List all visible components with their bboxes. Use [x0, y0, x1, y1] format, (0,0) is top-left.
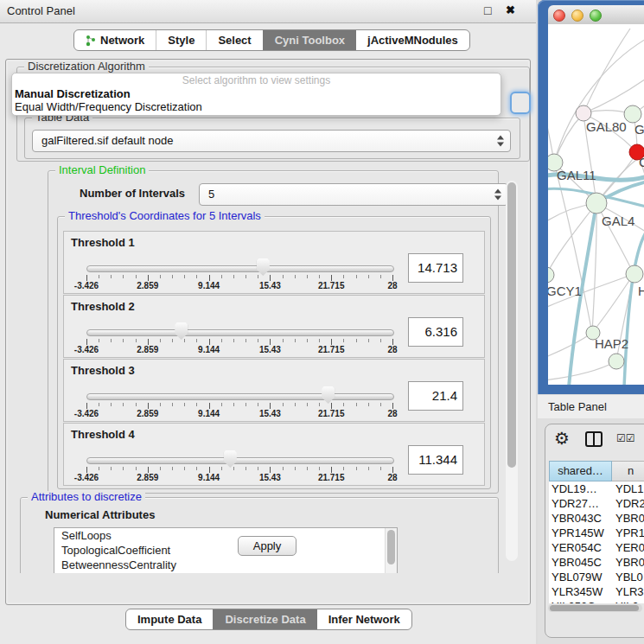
tick-mark [123, 339, 124, 342]
tab-select[interactable]: Select [206, 30, 262, 50]
slider-thumb[interactable] [175, 322, 188, 340]
table-row[interactable]: YIL052CYIL0 [549, 599, 644, 603]
cell-shared-name: YDR27… [549, 496, 612, 511]
list-scrollbar[interactable] [385, 528, 397, 573]
numerical-attributes-list[interactable]: SelfLoopsTopologicalCoefficientBetweenne… [54, 527, 398, 573]
tick-mark [331, 339, 332, 345]
column-header-shared-name[interactable]: shared… [549, 461, 612, 481]
group-label: Threshold's Coordinates for 5 Intervals [65, 210, 265, 222]
network-node-green[interactable] [609, 354, 624, 369]
tab-label: Impute Data [137, 609, 201, 629]
tab-impute-data[interactable]: Impute Data [126, 609, 213, 629]
zoom-traffic-light-icon[interactable] [590, 10, 602, 22]
float-panel-icon[interactable]: □ [484, 3, 491, 17]
tab-cyni-toolbox[interactable]: Cyni Toolbox [263, 30, 356, 50]
tick-mark [283, 275, 284, 278]
tick-mark [356, 403, 357, 406]
menu-item-manual-discretization[interactable]: Manual Discretization [12, 87, 501, 100]
table-row[interactable]: YBL079WYBL0 [549, 570, 644, 584]
network-edge[interactable] [548, 361, 616, 380]
table-row[interactable]: YDR27…YDR2 [549, 496, 644, 511]
attribute-item-topologicalcoefficient[interactable]: TopologicalCoefficient [54, 543, 397, 558]
num-intervals-combobox[interactable]: 5 [199, 183, 508, 206]
tick-mark [356, 467, 357, 470]
tick-mark [233, 403, 234, 406]
checkbox-icons[interactable]: ☑☑ [616, 432, 635, 444]
slider-thumb[interactable] [224, 450, 237, 468]
tick-mark [123, 403, 124, 406]
tick-label: 9.144 [198, 409, 220, 418]
cell-shared-name: YPR145W [549, 526, 612, 540]
numerical-attributes-label: Numerical Attributes [45, 508, 155, 521]
network-node-green[interactable] [626, 265, 643, 283]
attribute-item-selfloops[interactable]: SelfLoops [54, 528, 397, 543]
minimize-traffic-light-icon[interactable] [571, 10, 583, 22]
tick-label: 2.859 [137, 473, 158, 482]
slider-track[interactable] [86, 393, 394, 400]
horizontal-scrollbar[interactable] [548, 604, 642, 612]
table-data-combobox[interactable]: galFiltered.sif default node [32, 130, 511, 152]
network-node-green[interactable] [548, 267, 554, 283]
cell-shared-name: YER054C [549, 540, 612, 555]
slider-track[interactable] [86, 265, 394, 272]
threshold-value-field[interactable]: 11.344 [408, 445, 463, 475]
slider-track[interactable] [86, 457, 394, 464]
cell-shared-name: YDL19… [549, 481, 612, 496]
apply-button[interactable]: Apply [238, 536, 296, 556]
tick-mark [86, 275, 87, 281]
tick-mark [283, 403, 284, 406]
close-panel-icon[interactable]: ✖ [506, 3, 515, 16]
table-row[interactable]: YDL19…YDL1 [549, 481, 644, 496]
tick-mark [245, 339, 246, 342]
tick-mark [209, 467, 210, 473]
network-view[interactable]: GAL80GCGAL11GAL4GCY1HHAP2 [548, 24, 644, 385]
split-columns-icon[interactable] [585, 431, 603, 447]
threshold-value-field[interactable]: 6.316 [408, 317, 463, 347]
threshold-value-field[interactable]: 14.713 [408, 253, 463, 283]
network-edge[interactable] [554, 35, 644, 163]
control-panel-tabs: NetworkStyleSelectCyni ToolboxjActiveMNo… [73, 29, 470, 51]
vertical-scrollbar[interactable] [506, 181, 518, 561]
close-traffic-light-icon[interactable] [553, 10, 565, 22]
network-window-titlebar[interactable] [548, 5, 644, 25]
tab-jactivemnodules[interactable]: jActiveMNodules [356, 30, 469, 50]
column-header-name[interactable]: n [612, 461, 644, 481]
tab-network[interactable]: Network [74, 30, 156, 50]
gear-icon[interactable]: ⚙ [554, 428, 570, 449]
tick-mark [270, 339, 271, 345]
tab-label: Style [168, 30, 194, 50]
table-row[interactable]: YBR045CYBR0 [549, 555, 644, 570]
tab-infer-network[interactable]: Infer Network [317, 609, 411, 629]
tab-discretize-data[interactable]: Discretize Data [213, 609, 316, 629]
attribute-item-betweennesscentrality[interactable]: BetweennessCentrality [54, 558, 397, 572]
tick-label: -3.426 [74, 409, 99, 418]
tick-mark [86, 339, 87, 345]
slider-track[interactable] [86, 329, 394, 336]
table-panel: ⚙ ☑☑ shared… n YDL19…YDL1YDR27…YDR2YBR04… [545, 424, 644, 638]
num-intervals-value: 5 [208, 184, 214, 205]
network-edge[interactable] [548, 333, 592, 360]
tick-mark [258, 403, 258, 406]
tick-label: 21.715 [318, 281, 345, 290]
algorithm-dropdown-popup: Select algorithm to view settings Manual… [11, 73, 501, 116]
menu-item-equal-width-frequency[interactable]: Equal Width/Frequency Discretization [12, 100, 501, 113]
tick-label: 9.144 [198, 473, 220, 482]
table-row[interactable]: YBR043CYBR0 [549, 511, 644, 526]
slider-thumb[interactable] [257, 258, 270, 276]
slider-thumb[interactable] [322, 386, 335, 404]
tick-label: 15.43 [259, 473, 281, 482]
algorithm-combobox[interactable] [510, 92, 531, 114]
table-row[interactable]: YLR345WYLR3 [549, 584, 644, 599]
network-node-green[interactable] [586, 193, 607, 214]
threshold-value-field[interactable]: 21.4 [408, 381, 463, 411]
tab-label: Network [100, 30, 144, 50]
table-row[interactable]: YER054CYER0 [549, 540, 644, 555]
tick-mark [356, 275, 357, 278]
tick-label: 21.715 [318, 473, 345, 482]
tick-label: 2.859 [137, 409, 158, 418]
network-node-green[interactable] [624, 105, 641, 123]
tab-style[interactable]: Style [156, 30, 206, 50]
tick-mark [295, 403, 296, 406]
tick-mark [196, 467, 197, 470]
table-row[interactable]: YPR145WYPR1 [549, 526, 644, 540]
